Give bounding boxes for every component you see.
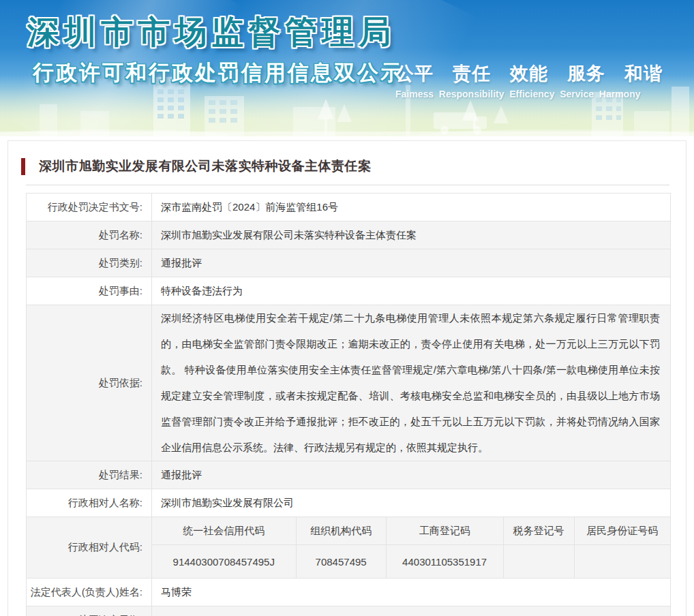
code-value [574,545,670,578]
row-value: 通报批评 [152,461,670,489]
row-label: 行政相对人名称: [27,489,152,517]
row-label: 处罚依据: [27,305,152,461]
code-value [503,545,574,578]
row-value: 特种设备违法行为 [152,277,670,305]
row-value: 马博荣 [152,579,670,606]
row-label: 处罚决定日期: [27,606,152,616]
code-column-header: 统一社会信用代码 [152,517,296,544]
slogan-block: 公平 责任 效能 服务 和谐 Faimess Responsibility Ef… [395,61,663,99]
table-row: 处罚决定日期: 2024-04-03 [27,606,670,616]
entity-code-table: 统一社会信用代码 组织机构代码 工商登记码 税务登记号 居民身份证号码 9144… [152,517,670,578]
content-panel: 深圳市旭勤实业发展有限公司未落实特种设备主体责任案 行政处罚决定书文号: 深市监… [7,140,687,616]
code-value: 440301105351917 [386,545,503,578]
row-label: 行政处罚决定书文号: [27,194,152,221]
penalty-info-table: 行政处罚决定书文号: 深市监南处罚〔2024〕前海监管组16号 处罚名称: 深圳… [26,193,671,616]
code-column-header: 税务登记号 [503,517,574,544]
case-header: 深圳市旭勤实业发展有限公司未落实特种设备主体责任案 [21,157,669,175]
table-row: 行政相对人名称: 深圳市旭勤实业发展有限公司 [27,489,670,517]
table-row: 处罚名称: 深圳市旭勤实业发展有限公司未落实特种设备主体责任案 [27,221,670,249]
code-table-value-row: 91440300708457495J 708457495 44030110535… [152,545,670,578]
site-title: 深圳市市场监督管理局 [27,11,395,54]
row-label: 处罚名称: [27,221,152,249]
code-value: 708457495 [296,545,386,578]
red-accent-bar [21,158,25,175]
row-label: 处罚事由: [27,277,152,305]
row-label: 处罚结果: [27,461,152,489]
code-column-header: 居民身份证号码 [574,517,670,544]
table-row: 行政处罚决定书文号: 深市监南处罚〔2024〕前海监管组16号 [27,194,670,221]
table-row: 处罚依据: 深圳经济特区电梯使用安全若干规定/第二十九条电梯使用管理人未依照本规… [27,305,670,461]
row-value: 2024-04-03 [152,606,670,616]
row-value: 深圳市旭勤实业发展有限公司 [152,489,670,517]
row-value: 通报批评 [152,249,670,277]
slogan-chinese: 公平 责任 效能 服务 和谐 [395,61,663,86]
table-row: 处罚类别: 通报批评 [27,249,670,277]
row-value: 深圳市旭勤实业发展有限公司未落实特种设备主体责任案 [152,221,670,249]
row-label: 法定代表人(负责人)姓名: [27,579,152,606]
code-column-header: 工商登记码 [386,517,503,544]
code-table-header-row: 统一社会信用代码 组织机构代码 工商登记码 税务登记号 居民身份证号码 [152,517,670,545]
header-banner: 深圳市市场监督管理局 行政许可和行政处罚信用信息双公示 公平 责任 效能 服务 … [0,0,694,136]
table-row: 法定代表人(负责人)姓名: 马博荣 [27,579,670,606]
code-column-header: 组织机构代码 [296,517,386,544]
row-value: 深圳经济特区电梯使用安全若干规定/第二十九条电梯使用管理人未依照本规定第六条规定… [152,305,670,461]
row-value: 深市监南处罚〔2024〕前海监管组16号 [152,194,670,221]
row-label: 处罚类别: [27,249,152,277]
code-value: 91440300708457495J [152,545,296,578]
row-label: 行政相对人代码: [27,517,152,578]
table-row-entity-codes: 行政相对人代码: 统一社会信用代码 组织机构代码 工商登记码 税务登记号 居民身… [27,517,670,579]
row-value: 统一社会信用代码 组织机构代码 工商登记码 税务登记号 居民身份证号码 9144… [152,517,670,578]
slogan-english: Faimess Responsibility Efficiency Servic… [395,89,663,99]
table-row: 处罚结果: 通报批评 [27,461,670,489]
site-subtitle: 行政许可和行政处罚信用信息双公示 [33,59,404,87]
case-title: 深圳市旭勤实业发展有限公司未落实特种设备主体责任案 [39,157,372,175]
table-row: 处罚事由: 特种设备违法行为 [27,277,670,305]
divider [26,185,669,185]
